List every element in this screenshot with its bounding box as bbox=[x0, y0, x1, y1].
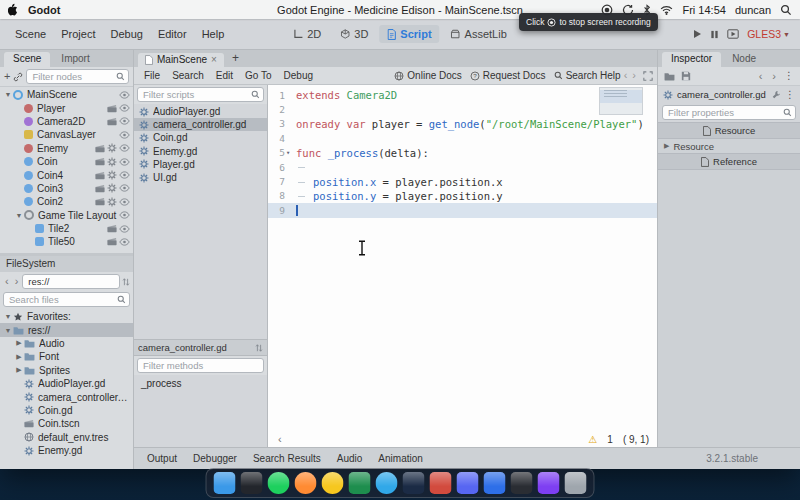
scene-tree-node[interactable]: Player bbox=[0, 101, 133, 114]
menubar-user[interactable]: duncan bbox=[735, 4, 771, 16]
bottom-panel-audio[interactable]: Audio bbox=[330, 451, 370, 466]
workspace-script[interactable]: Script bbox=[379, 25, 439, 43]
extra-options-icon[interactable]: ⋮ bbox=[785, 90, 795, 100]
filter-nodes-input[interactable] bbox=[30, 70, 116, 83]
spotlight-search-icon[interactable] bbox=[780, 4, 792, 16]
dock-app-icon-12[interactable] bbox=[511, 472, 533, 494]
filter-nodes-box[interactable] bbox=[26, 69, 129, 84]
scene-badge-icon[interactable] bbox=[95, 144, 105, 153]
visibility-eye-icon[interactable] bbox=[119, 131, 130, 139]
menu-help[interactable]: Help bbox=[195, 25, 232, 43]
filesystem-item[interactable]: Coin.tscn bbox=[0, 417, 133, 430]
scene-tree-node[interactable]: Coin3 bbox=[0, 182, 133, 195]
scene-badge-icon[interactable] bbox=[95, 184, 105, 193]
dock-app-icon-2[interactable] bbox=[241, 472, 263, 494]
bottom-panel-output[interactable]: Output bbox=[140, 451, 184, 466]
script-badge-icon[interactable] bbox=[107, 170, 117, 180]
code-editor[interactable]: 1extends Camera2D23onready var player = … bbox=[268, 85, 657, 448]
menu-editor[interactable]: Editor bbox=[151, 25, 194, 43]
line-number[interactable]: 3 bbox=[268, 118, 294, 129]
script-list-item[interactable]: Coin.gd bbox=[134, 131, 267, 144]
tab-mainscene[interactable]: MainScene × bbox=[138, 53, 224, 67]
scene-tree-node[interactable]: CanvasLayer bbox=[0, 128, 133, 141]
expand-arrow-icon[interactable]: ▼ bbox=[14, 212, 24, 219]
expand-arrow-icon[interactable]: ▼ bbox=[3, 327, 13, 334]
script-list-item[interactable]: UI.gd bbox=[134, 171, 267, 184]
scene-badge-icon[interactable] bbox=[107, 117, 117, 126]
filesystem-item[interactable]: AudioPlayer.gd bbox=[0, 377, 133, 390]
bottom-panel-search-results[interactable]: Search Results bbox=[246, 451, 328, 466]
dock-app-icon-8[interactable] bbox=[403, 472, 425, 494]
scene-tree-node[interactable]: Camera2D bbox=[0, 115, 133, 128]
expand-arrow-icon[interactable]: ▶ bbox=[14, 353, 24, 361]
visibility-eye-icon[interactable] bbox=[119, 117, 130, 125]
inspector-section-reference[interactable]: Reference bbox=[658, 153, 800, 170]
scene-tree-node[interactable]: Coin bbox=[0, 155, 133, 168]
collapse-scripts-panel-icon[interactable]: ‹ bbox=[276, 434, 284, 445]
script-list-item[interactable]: AudioPlayer.gd bbox=[134, 105, 267, 118]
filter-scripts-input[interactable] bbox=[141, 88, 251, 101]
script-history-back-icon[interactable]: ‹ bbox=[622, 70, 630, 81]
scene-tree-node[interactable]: ▼ Game Tile Layout bbox=[0, 209, 133, 222]
toggle-split-mode-icon[interactable] bbox=[122, 277, 130, 287]
play-button[interactable] bbox=[692, 29, 702, 39]
workspace-3d[interactable]: 3D bbox=[332, 25, 376, 43]
script-list-item[interactable]: Player.gd bbox=[134, 158, 267, 171]
filesystem-item[interactable]: ▼ res:// bbox=[0, 323, 133, 336]
resource-path-input[interactable] bbox=[26, 275, 116, 288]
filesystem-item[interactable]: default_env.tres bbox=[0, 431, 133, 444]
search-files-input[interactable] bbox=[7, 293, 117, 306]
scene-badge-icon[interactable] bbox=[107, 224, 117, 233]
visibility-eye-icon[interactable] bbox=[119, 225, 130, 233]
scene-badge-icon[interactable] bbox=[95, 197, 105, 206]
code-line[interactable]: 5▾func _process(delta): bbox=[268, 146, 657, 160]
line-number[interactable]: 6 bbox=[268, 162, 294, 173]
open-resource-icon[interactable] bbox=[664, 72, 675, 81]
visibility-eye-icon[interactable] bbox=[119, 104, 130, 112]
instance-scene-button[interactable] bbox=[13, 72, 23, 82]
script-history-forward-icon[interactable]: › bbox=[630, 70, 638, 81]
visibility-eye-icon[interactable] bbox=[119, 171, 130, 179]
script-badge-icon[interactable] bbox=[107, 183, 117, 193]
expand-arrow-icon[interactable]: ▶ bbox=[14, 366, 24, 374]
visibility-eye-icon[interactable] bbox=[119, 184, 130, 192]
scene-badge-icon[interactable] bbox=[95, 171, 105, 180]
visibility-eye-icon[interactable] bbox=[119, 198, 130, 206]
expand-arrow-icon[interactable]: ▶ bbox=[14, 339, 24, 347]
dock-app-icon-1[interactable] bbox=[214, 472, 236, 494]
code-line[interactable]: 8position.y = player.position.y bbox=[268, 189, 657, 203]
filter-methods-box[interactable] bbox=[137, 358, 264, 373]
filter-scripts-box[interactable] bbox=[137, 87, 264, 102]
expand-arrow-icon[interactable]: ▼ bbox=[3, 91, 13, 98]
dock-app-icon-10[interactable] bbox=[457, 472, 479, 494]
script-menu-debug[interactable]: Debug bbox=[278, 68, 319, 83]
search-help-button[interactable]: Search Help bbox=[554, 70, 621, 81]
scene-tree-node[interactable]: Enemy bbox=[0, 142, 133, 155]
new-tab-button[interactable]: + bbox=[226, 51, 245, 67]
line-number[interactable]: 8 bbox=[268, 190, 294, 201]
online-docs-button[interactable]: Online Docs bbox=[394, 70, 461, 81]
request-docs-button[interactable]: ? Request Docs bbox=[470, 70, 546, 81]
script-menu-file[interactable]: File bbox=[138, 68, 166, 83]
script-badge-icon[interactable] bbox=[107, 197, 117, 207]
code-line[interactable]: 7position.x = player.position.x bbox=[268, 174, 657, 188]
wifi-icon[interactable] bbox=[660, 5, 673, 15]
line-number[interactable]: 4 bbox=[268, 133, 294, 144]
scene-tree-node[interactable]: Tile50 bbox=[0, 235, 133, 248]
line-number[interactable]: 7 bbox=[268, 176, 294, 187]
script-badge-icon[interactable] bbox=[107, 143, 117, 153]
dock-app-icon-6[interactable] bbox=[349, 472, 371, 494]
tools-icon[interactable] bbox=[772, 90, 781, 99]
visibility-eye-icon[interactable] bbox=[119, 158, 130, 166]
visibility-eye-icon[interactable] bbox=[119, 211, 130, 219]
filesystem-item[interactable]: Enemy.gd bbox=[0, 444, 133, 457]
menubar-app-name[interactable]: Godot bbox=[28, 4, 60, 16]
inspector-forward-icon[interactable]: › bbox=[770, 71, 778, 82]
expand-arrow-icon[interactable]: ▼ bbox=[3, 313, 13, 320]
filter-properties-input[interactable] bbox=[666, 106, 783, 119]
apple-menu-icon[interactable] bbox=[8, 3, 18, 16]
inspector-dock-tab-inspector[interactable]: Inspector bbox=[662, 52, 721, 67]
filesystem-item[interactable]: Coin.gd bbox=[0, 404, 133, 417]
dock-app-icon-14[interactable] bbox=[565, 472, 587, 494]
filter-methods-input[interactable] bbox=[141, 359, 260, 372]
